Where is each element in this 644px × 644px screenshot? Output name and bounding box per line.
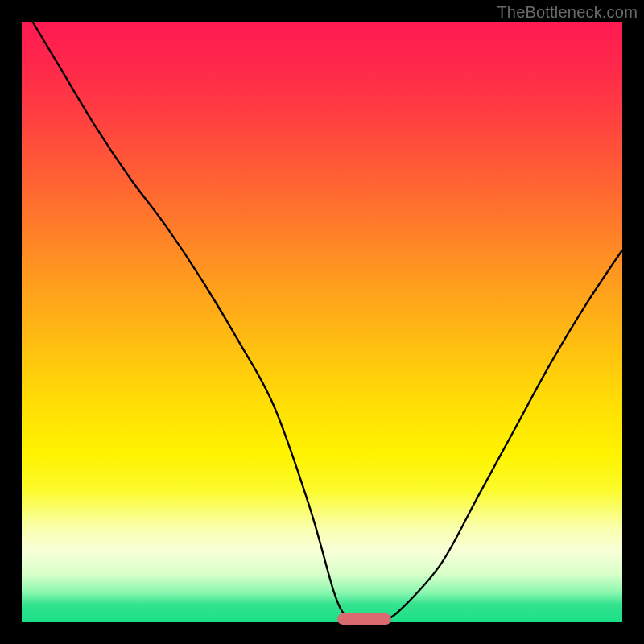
plot-area [22,22,622,622]
bottleneck-curve [22,22,622,622]
curve-path [32,22,622,622]
chart-frame: TheBottleneck.com [0,0,644,644]
attribution-label: TheBottleneck.com [497,3,638,22]
optimal-marker [337,613,391,625]
